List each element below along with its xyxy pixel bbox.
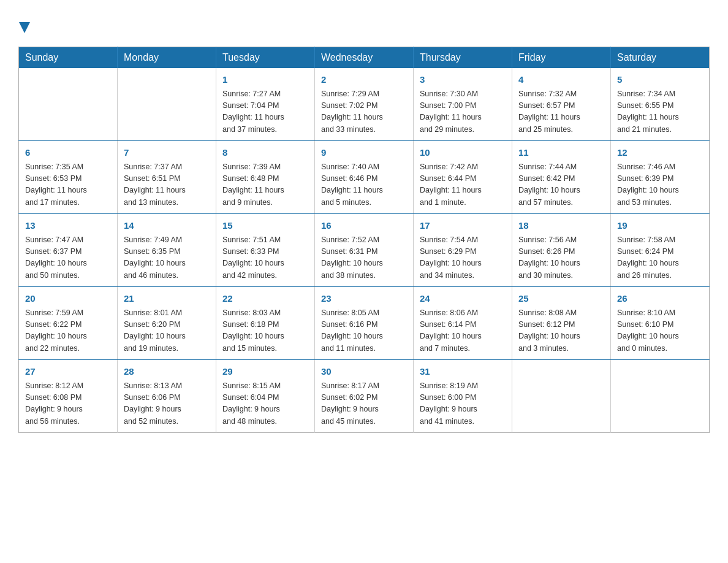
week-row-3: 13Sunrise: 7:47 AM Sunset: 6:37 PM Dayli… [19,214,710,287]
day-number: 19 [617,219,703,233]
calendar-cell: 19Sunrise: 7:58 AM Sunset: 6:24 PM Dayli… [611,214,710,287]
day-info: Sunrise: 8:15 AM Sunset: 6:04 PM Dayligh… [222,380,308,428]
day-number: 21 [124,292,210,306]
logo-triangle-icon [19,22,30,33]
calendar-cell: 3Sunrise: 7:30 AM Sunset: 7:00 PM Daylig… [414,68,512,141]
calendar-cell: 11Sunrise: 7:44 AM Sunset: 6:42 PM Dayli… [512,141,611,214]
day-number: 12 [617,146,703,160]
calendar-cell: 27Sunrise: 8:12 AM Sunset: 6:08 PM Dayli… [19,360,118,433]
day-number: 20 [25,292,111,306]
day-info: Sunrise: 7:37 AM Sunset: 6:51 PM Dayligh… [124,161,210,209]
calendar-cell: 18Sunrise: 7:56 AM Sunset: 6:26 PM Dayli… [512,214,611,287]
calendar-cell: 13Sunrise: 7:47 AM Sunset: 6:37 PM Dayli… [19,214,118,287]
day-info: Sunrise: 7:54 AM Sunset: 6:29 PM Dayligh… [420,234,506,282]
day-number: 10 [420,146,506,160]
day-number: 28 [124,365,210,379]
day-info: Sunrise: 7:51 AM Sunset: 6:33 PM Dayligh… [222,234,308,282]
calendar-cell: 9Sunrise: 7:40 AM Sunset: 6:46 PM Daylig… [315,141,414,214]
weekday-header-monday: Monday [118,47,216,69]
logo [18,18,30,34]
svg-marker-0 [19,22,30,33]
calendar-cell [118,68,216,141]
day-info: Sunrise: 8:17 AM Sunset: 6:02 PM Dayligh… [321,380,407,428]
weekday-header-wednesday: Wednesday [315,47,414,69]
day-number: 30 [321,365,407,379]
day-info: Sunrise: 8:08 AM Sunset: 6:12 PM Dayligh… [518,307,604,355]
day-info: Sunrise: 8:06 AM Sunset: 6:14 PM Dayligh… [420,307,506,355]
day-number: 2 [321,73,407,87]
day-number: 11 [518,146,604,160]
calendar-cell: 20Sunrise: 7:59 AM Sunset: 6:22 PM Dayli… [19,287,118,360]
calendar-cell: 4Sunrise: 7:32 AM Sunset: 6:57 PM Daylig… [512,68,611,141]
day-number: 13 [25,219,111,233]
day-number: 25 [518,292,604,306]
calendar-cell: 17Sunrise: 7:54 AM Sunset: 6:29 PM Dayli… [414,214,512,287]
weekday-header-saturday: Saturday [611,47,710,69]
week-row-1: 1Sunrise: 7:27 AM Sunset: 7:04 PM Daylig… [19,68,710,141]
day-number: 18 [518,219,604,233]
calendar-cell [19,68,118,141]
calendar-cell [611,360,710,433]
day-number: 26 [617,292,703,306]
day-info: Sunrise: 8:13 AM Sunset: 6:06 PM Dayligh… [124,380,210,428]
day-info: Sunrise: 7:47 AM Sunset: 6:37 PM Dayligh… [25,234,111,282]
day-info: Sunrise: 8:19 AM Sunset: 6:00 PM Dayligh… [420,380,506,428]
weekday-header-thursday: Thursday [414,47,512,69]
calendar-cell: 25Sunrise: 8:08 AM Sunset: 6:12 PM Dayli… [512,287,611,360]
weekday-header-sunday: Sunday [19,47,118,69]
day-info: Sunrise: 8:10 AM Sunset: 6:10 PM Dayligh… [617,307,703,355]
day-number: 31 [420,365,506,379]
calendar-cell: 30Sunrise: 8:17 AM Sunset: 6:02 PM Dayli… [315,360,414,433]
calendar-cell: 22Sunrise: 8:03 AM Sunset: 6:18 PM Dayli… [216,287,315,360]
calendar-table: SundayMondayTuesdayWednesdayThursdayFrid… [18,47,710,433]
day-info: Sunrise: 8:01 AM Sunset: 6:20 PM Dayligh… [124,307,210,355]
day-number: 23 [321,292,407,306]
day-info: Sunrise: 7:52 AM Sunset: 6:31 PM Dayligh… [321,234,407,282]
day-info: Sunrise: 7:30 AM Sunset: 7:00 PM Dayligh… [420,88,506,136]
calendar-body: 1Sunrise: 7:27 AM Sunset: 7:04 PM Daylig… [19,68,710,433]
weekday-header-tuesday: Tuesday [216,47,315,69]
day-info: Sunrise: 7:29 AM Sunset: 7:02 PM Dayligh… [321,88,407,136]
calendar-cell [512,360,611,433]
day-info: Sunrise: 8:03 AM Sunset: 6:18 PM Dayligh… [222,307,308,355]
day-number: 8 [222,146,308,160]
calendar-cell: 6Sunrise: 7:35 AM Sunset: 6:53 PM Daylig… [19,141,118,214]
header [18,12,710,34]
day-number: 6 [25,146,111,160]
calendar-cell: 8Sunrise: 7:39 AM Sunset: 6:48 PM Daylig… [216,141,315,214]
calendar-cell: 26Sunrise: 8:10 AM Sunset: 6:10 PM Dayli… [611,287,710,360]
day-number: 5 [617,73,703,87]
week-row-5: 27Sunrise: 8:12 AM Sunset: 6:08 PM Dayli… [19,360,710,433]
calendar-cell: 23Sunrise: 8:05 AM Sunset: 6:16 PM Dayli… [315,287,414,360]
calendar-header: SundayMondayTuesdayWednesdayThursdayFrid… [19,47,710,69]
day-info: Sunrise: 7:34 AM Sunset: 6:55 PM Dayligh… [617,88,703,136]
day-number: 17 [420,219,506,233]
day-number: 4 [518,73,604,87]
day-info: Sunrise: 7:59 AM Sunset: 6:22 PM Dayligh… [25,307,111,355]
calendar-cell: 16Sunrise: 7:52 AM Sunset: 6:31 PM Dayli… [315,214,414,287]
day-number: 15 [222,219,308,233]
day-info: Sunrise: 7:49 AM Sunset: 6:35 PM Dayligh… [124,234,210,282]
day-info: Sunrise: 8:12 AM Sunset: 6:08 PM Dayligh… [25,380,111,428]
day-info: Sunrise: 8:05 AM Sunset: 6:16 PM Dayligh… [321,307,407,355]
calendar-cell: 29Sunrise: 8:15 AM Sunset: 6:04 PM Dayli… [216,360,315,433]
day-number: 14 [124,219,210,233]
day-number: 3 [420,73,506,87]
calendar-cell: 5Sunrise: 7:34 AM Sunset: 6:55 PM Daylig… [611,68,710,141]
day-info: Sunrise: 7:58 AM Sunset: 6:24 PM Dayligh… [617,234,703,282]
day-info: Sunrise: 7:46 AM Sunset: 6:39 PM Dayligh… [617,161,703,209]
day-number: 24 [420,292,506,306]
day-number: 27 [25,365,111,379]
calendar-cell: 1Sunrise: 7:27 AM Sunset: 7:04 PM Daylig… [216,68,315,141]
day-number: 9 [321,146,407,160]
day-info: Sunrise: 7:42 AM Sunset: 6:44 PM Dayligh… [420,161,506,209]
day-info: Sunrise: 7:40 AM Sunset: 6:46 PM Dayligh… [321,161,407,209]
calendar-cell: 21Sunrise: 8:01 AM Sunset: 6:20 PM Dayli… [118,287,216,360]
day-number: 22 [222,292,308,306]
day-info: Sunrise: 7:35 AM Sunset: 6:53 PM Dayligh… [25,161,111,209]
day-info: Sunrise: 7:27 AM Sunset: 7:04 PM Dayligh… [222,88,308,136]
day-info: Sunrise: 7:39 AM Sunset: 6:48 PM Dayligh… [222,161,308,209]
calendar-cell: 7Sunrise: 7:37 AM Sunset: 6:51 PM Daylig… [118,141,216,214]
day-number: 7 [124,146,210,160]
day-info: Sunrise: 7:32 AM Sunset: 6:57 PM Dayligh… [518,88,604,136]
